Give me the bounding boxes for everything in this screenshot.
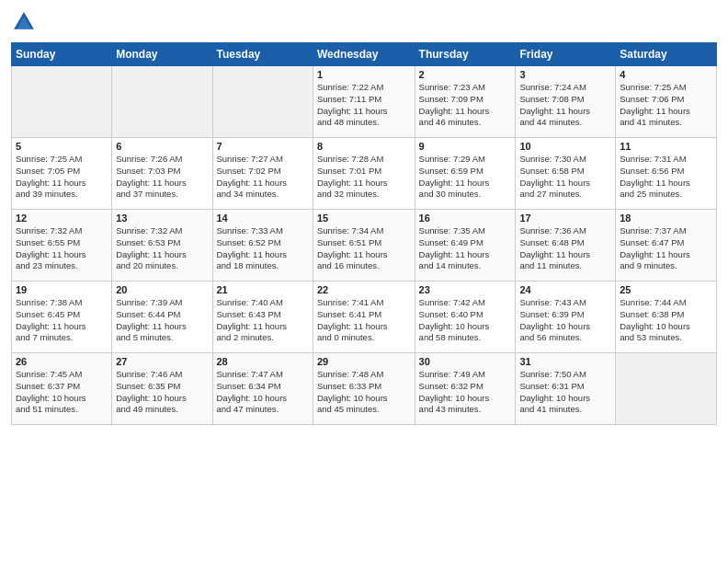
day-cell: 13Sunrise: 7:32 AM Sunset: 6:53 PM Dayli… <box>112 210 212 282</box>
week-row-0: 1Sunrise: 7:22 AM Sunset: 7:11 PM Daylig… <box>12 66 717 138</box>
day-cell: 6Sunrise: 7:26 AM Sunset: 7:03 PM Daylig… <box>112 138 212 210</box>
day-number: 25 <box>620 284 712 295</box>
day-info: Sunrise: 7:28 AM Sunset: 7:01 PM Dayligh… <box>317 154 411 201</box>
day-cell: 10Sunrise: 7:30 AM Sunset: 6:58 PM Dayli… <box>516 138 616 210</box>
day-number: 27 <box>116 356 208 367</box>
col-header-tuesday: Tuesday <box>212 43 313 66</box>
day-info: Sunrise: 7:46 AM Sunset: 6:35 PM Dayligh… <box>116 369 208 416</box>
day-info: Sunrise: 7:48 AM Sunset: 6:33 PM Dayligh… <box>317 369 411 416</box>
day-number: 6 <box>116 141 208 152</box>
day-info: Sunrise: 7:37 AM Sunset: 6:47 PM Dayligh… <box>620 225 712 272</box>
col-header-thursday: Thursday <box>415 43 516 66</box>
day-info: Sunrise: 7:42 AM Sunset: 6:40 PM Dayligh… <box>419 297 512 344</box>
day-number: 20 <box>116 284 208 295</box>
day-cell: 23Sunrise: 7:42 AM Sunset: 6:40 PM Dayli… <box>415 282 516 353</box>
day-info: Sunrise: 7:47 AM Sunset: 6:34 PM Dayligh… <box>217 369 309 416</box>
day-number: 31 <box>519 356 611 367</box>
day-info: Sunrise: 7:27 AM Sunset: 7:02 PM Dayligh… <box>217 154 309 201</box>
day-cell <box>12 66 112 138</box>
week-row-2: 12Sunrise: 7:32 AM Sunset: 6:55 PM Dayli… <box>12 210 717 282</box>
day-number: 1 <box>317 69 411 80</box>
day-cell: 1Sunrise: 7:22 AM Sunset: 7:11 PM Daylig… <box>313 66 415 138</box>
day-cell: 29Sunrise: 7:48 AM Sunset: 6:33 PM Dayli… <box>313 353 415 425</box>
day-cell: 26Sunrise: 7:45 AM Sunset: 6:37 PM Dayli… <box>12 353 112 425</box>
day-cell: 28Sunrise: 7:47 AM Sunset: 6:34 PM Dayli… <box>212 353 313 425</box>
day-number: 15 <box>317 213 411 224</box>
day-number: 22 <box>317 284 411 295</box>
day-number: 4 <box>620 69 712 80</box>
day-number: 24 <box>519 284 611 295</box>
day-cell: 7Sunrise: 7:27 AM Sunset: 7:02 PM Daylig… <box>212 138 313 210</box>
day-info: Sunrise: 7:33 AM Sunset: 6:52 PM Dayligh… <box>217 225 309 272</box>
day-info: Sunrise: 7:43 AM Sunset: 6:39 PM Dayligh… <box>519 297 611 344</box>
day-cell: 20Sunrise: 7:39 AM Sunset: 6:44 PM Dayli… <box>112 282 212 353</box>
day-number: 13 <box>116 213 208 224</box>
logo-icon <box>11 9 37 35</box>
day-number: 26 <box>16 356 108 367</box>
day-cell: 31Sunrise: 7:50 AM Sunset: 6:31 PM Dayli… <box>516 353 616 425</box>
day-cell: 25Sunrise: 7:44 AM Sunset: 6:38 PM Dayli… <box>616 282 717 353</box>
day-cell: 18Sunrise: 7:37 AM Sunset: 6:47 PM Dayli… <box>616 210 717 282</box>
day-info: Sunrise: 7:25 AM Sunset: 7:05 PM Dayligh… <box>16 154 108 201</box>
day-cell: 4Sunrise: 7:25 AM Sunset: 7:06 PM Daylig… <box>616 66 717 138</box>
day-info: Sunrise: 7:22 AM Sunset: 7:11 PM Dayligh… <box>317 82 411 129</box>
day-info: Sunrise: 7:24 AM Sunset: 7:08 PM Dayligh… <box>519 82 611 129</box>
day-number: 2 <box>419 69 512 80</box>
day-cell: 19Sunrise: 7:38 AM Sunset: 6:45 PM Dayli… <box>12 282 112 353</box>
logo <box>11 9 40 35</box>
day-number: 12 <box>16 213 108 224</box>
day-info: Sunrise: 7:36 AM Sunset: 6:48 PM Dayligh… <box>519 225 611 272</box>
day-cell: 21Sunrise: 7:40 AM Sunset: 6:43 PM Dayli… <box>212 282 313 353</box>
day-cell: 9Sunrise: 7:29 AM Sunset: 6:59 PM Daylig… <box>415 138 516 210</box>
day-cell: 27Sunrise: 7:46 AM Sunset: 6:35 PM Dayli… <box>112 353 212 425</box>
day-info: Sunrise: 7:41 AM Sunset: 6:41 PM Dayligh… <box>317 297 411 344</box>
day-cell: 17Sunrise: 7:36 AM Sunset: 6:48 PM Dayli… <box>516 210 616 282</box>
day-cell <box>212 66 313 138</box>
day-number: 3 <box>519 69 611 80</box>
week-row-1: 5Sunrise: 7:25 AM Sunset: 7:05 PM Daylig… <box>12 138 717 210</box>
day-cell: 2Sunrise: 7:23 AM Sunset: 7:09 PM Daylig… <box>415 66 516 138</box>
day-number: 17 <box>519 213 611 224</box>
day-cell: 8Sunrise: 7:28 AM Sunset: 7:01 PM Daylig… <box>313 138 415 210</box>
day-cell: 12Sunrise: 7:32 AM Sunset: 6:55 PM Dayli… <box>12 210 112 282</box>
day-info: Sunrise: 7:49 AM Sunset: 6:32 PM Dayligh… <box>419 369 512 416</box>
day-info: Sunrise: 7:38 AM Sunset: 6:45 PM Dayligh… <box>16 297 108 344</box>
day-info: Sunrise: 7:25 AM Sunset: 7:06 PM Dayligh… <box>620 82 712 129</box>
day-number: 18 <box>620 213 712 224</box>
day-cell: 22Sunrise: 7:41 AM Sunset: 6:41 PM Dayli… <box>313 282 415 353</box>
day-number: 10 <box>519 141 611 152</box>
day-number: 11 <box>620 141 712 152</box>
col-header-saturday: Saturday <box>616 43 717 66</box>
col-header-monday: Monday <box>112 43 212 66</box>
day-cell: 15Sunrise: 7:34 AM Sunset: 6:51 PM Dayli… <box>313 210 415 282</box>
day-number: 7 <box>217 141 309 152</box>
day-info: Sunrise: 7:29 AM Sunset: 6:59 PM Dayligh… <box>419 154 512 201</box>
week-row-4: 26Sunrise: 7:45 AM Sunset: 6:37 PM Dayli… <box>12 353 717 425</box>
day-cell: 5Sunrise: 7:25 AM Sunset: 7:05 PM Daylig… <box>12 138 112 210</box>
header <box>11 9 717 35</box>
day-cell <box>112 66 212 138</box>
day-number: 23 <box>419 284 512 295</box>
day-cell: 30Sunrise: 7:49 AM Sunset: 6:32 PM Dayli… <box>415 353 516 425</box>
day-info: Sunrise: 7:45 AM Sunset: 6:37 PM Dayligh… <box>16 369 108 416</box>
day-info: Sunrise: 7:30 AM Sunset: 6:58 PM Dayligh… <box>519 154 611 201</box>
col-header-friday: Friday <box>516 43 616 66</box>
day-info: Sunrise: 7:50 AM Sunset: 6:31 PM Dayligh… <box>519 369 611 416</box>
day-info: Sunrise: 7:23 AM Sunset: 7:09 PM Dayligh… <box>419 82 512 129</box>
day-number: 14 <box>217 213 309 224</box>
day-number: 28 <box>217 356 309 367</box>
day-cell: 14Sunrise: 7:33 AM Sunset: 6:52 PM Dayli… <box>212 210 313 282</box>
day-info: Sunrise: 7:35 AM Sunset: 6:49 PM Dayligh… <box>419 225 512 272</box>
day-number: 16 <box>419 213 512 224</box>
day-cell <box>616 353 717 425</box>
calendar: SundayMondayTuesdayWednesdayThursdayFrid… <box>11 42 717 425</box>
day-number: 5 <box>16 141 108 152</box>
day-number: 21 <box>217 284 309 295</box>
day-info: Sunrise: 7:39 AM Sunset: 6:44 PM Dayligh… <box>116 297 208 344</box>
day-info: Sunrise: 7:32 AM Sunset: 6:55 PM Dayligh… <box>16 225 108 272</box>
day-number: 29 <box>317 356 411 367</box>
day-cell: 16Sunrise: 7:35 AM Sunset: 6:49 PM Dayli… <box>415 210 516 282</box>
day-number: 9 <box>419 141 512 152</box>
day-info: Sunrise: 7:32 AM Sunset: 6:53 PM Dayligh… <box>116 225 208 272</box>
day-number: 19 <box>16 284 108 295</box>
